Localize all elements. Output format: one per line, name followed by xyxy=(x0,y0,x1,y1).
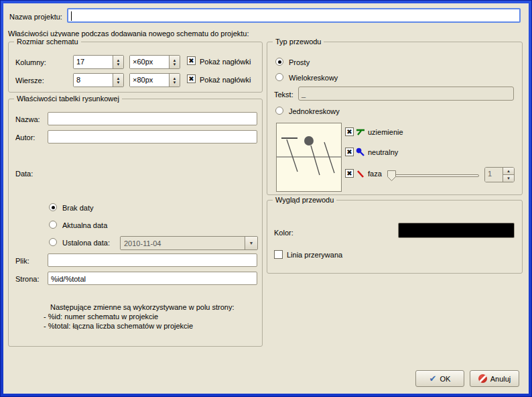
text-caret xyxy=(71,11,72,21)
cancel-button[interactable]: Anuluj xyxy=(470,370,519,387)
conductor-text-value: _ xyxy=(302,90,306,98)
spin-down-icon[interactable]: ▼ xyxy=(173,80,177,84)
rows-label: Wiersze: xyxy=(15,76,44,85)
fixed-date-value: 2010-11-04 xyxy=(121,237,245,249)
titleblock-name-input[interactable] xyxy=(48,112,257,125)
dashed-line-checkbox[interactable] xyxy=(274,250,283,259)
ok-button[interactable]: ✔ OK xyxy=(415,370,464,387)
phase-count-spin-buttons[interactable]: ▲ ▼ xyxy=(503,168,514,182)
cancel-button-label: Anuluj xyxy=(490,375,511,383)
neutral-checkbox[interactable]: ✖ xyxy=(345,148,354,156)
rows-height-spin-buttons[interactable]: ▲ ▼ xyxy=(169,74,180,87)
fixed-date-combo[interactable]: 2010-11-04 ▼ xyxy=(120,236,258,250)
titleblock-group: Właściwości tabelki rysunkowej Nazwa: Au… xyxy=(8,99,263,347)
conductor-type-group: Typ przewodu Prosty Wielokreskowy Tekst:… xyxy=(267,42,523,195)
ok-check-icon: ✔ xyxy=(429,374,437,383)
phase-count-value: 1 xyxy=(485,168,503,182)
radio-fixed-date[interactable] xyxy=(49,238,57,246)
columns-count-spinbox[interactable]: 17 ▲ ▼ xyxy=(73,55,124,69)
columns-width-spinbox[interactable]: ×60px ▲ ▼ xyxy=(129,55,180,69)
schematic-size-title: Rozmiar schematu xyxy=(14,37,81,47)
conductor-look-group: Wygląd przewodu Kolor: Linia przerywana xyxy=(267,200,523,274)
checkbox-x-icon: ✖ xyxy=(346,149,352,156)
ground-checkbox[interactable]: ✖ xyxy=(345,127,354,136)
page-input[interactable]: %id/%total xyxy=(48,272,257,285)
titleblock-author-input[interactable] xyxy=(48,130,257,144)
rows-height-value: ×80px xyxy=(130,74,169,87)
checkbox-x-icon: ✖ xyxy=(188,76,194,82)
page-help-line3: - %total: łączna liczba schematów w proj… xyxy=(44,321,193,331)
cancel-icon xyxy=(478,374,487,383)
radio-multiline-conductor[interactable] xyxy=(275,73,283,81)
conductor-text-input[interactable]: _ xyxy=(298,87,514,101)
schematic-size-group: Rozmiar schematu Kolumny: 17 ▲ ▼ ×60px ▲… xyxy=(8,42,263,93)
spin-down-icon[interactable]: ▼ xyxy=(117,62,121,66)
titleblock-name-label: Nazwa: xyxy=(15,115,40,124)
phase-checkbox[interactable]: ✖ xyxy=(345,169,354,178)
rows-count-value: 8 xyxy=(74,74,113,87)
spin-up-icon[interactable]: ▲ xyxy=(503,168,514,175)
file-input[interactable] xyxy=(48,253,257,267)
spin-down-icon[interactable]: ▼ xyxy=(117,80,121,84)
phase-count-spinbox[interactable]: 1 ▲ ▼ xyxy=(484,167,515,182)
spin-down-icon[interactable]: ▼ xyxy=(173,62,177,66)
phase-label[interactable]: faza xyxy=(368,169,382,178)
titleblock-author-label: Autor: xyxy=(15,133,35,142)
project-name-label: Nazwa projektu: xyxy=(9,12,62,21)
project-name-input[interactable] xyxy=(67,8,521,23)
radio-no-date[interactable] xyxy=(49,203,57,211)
radio-singleline-label[interactable]: Jednokreskowy xyxy=(289,107,340,116)
phase-count-slider-handle[interactable] xyxy=(387,170,397,182)
conductor-look-title: Wygląd przewodu xyxy=(273,195,336,205)
radio-simple-label[interactable]: Prosty xyxy=(289,58,310,67)
dropdown-arrow-icon[interactable]: ▼ xyxy=(245,237,257,249)
file-label: Plik: xyxy=(15,256,29,266)
neutral-icon xyxy=(356,148,365,157)
conductor-text-label: Tekst: xyxy=(274,90,293,99)
radio-simple-conductor[interactable] xyxy=(275,58,283,66)
columns-width-spin-buttons[interactable]: ▲ ▼ xyxy=(169,56,180,68)
phase-icon xyxy=(356,169,365,178)
checkbox-x-icon: ✖ xyxy=(346,129,352,135)
ground-label[interactable]: uziemienie xyxy=(368,127,403,137)
columns-label: Kolumny: xyxy=(15,58,46,67)
singleline-preview xyxy=(276,123,342,192)
window-frame: Nazwa projektu: Właściwości używane podc… xyxy=(0,0,532,397)
page-value: %id/%total xyxy=(51,275,86,283)
conductor-type-title: Typ przewodu xyxy=(273,37,324,47)
phase-count-slider-groove[interactable] xyxy=(392,174,479,177)
rows-count-spinbox[interactable]: 8 ▲ ▼ xyxy=(73,73,124,87)
checkbox-x-icon: ✖ xyxy=(188,58,194,64)
checkbox-x-icon: ✖ xyxy=(346,170,352,177)
page-help-line1: Następujące zmienne są wykorzystywane w … xyxy=(50,302,235,312)
rows-count-spin-buttons[interactable]: ▲ ▼ xyxy=(113,74,123,87)
conductor-color-button[interactable] xyxy=(398,223,515,238)
titleblock-date-label: Data: xyxy=(15,169,33,178)
radio-multiline-label[interactable]: Wielokreskowy xyxy=(289,73,338,82)
rows-show-headers-checkbox[interactable]: ✖ xyxy=(187,74,196,83)
columns-count-spin-buttons[interactable]: ▲ ▼ xyxy=(113,56,123,68)
radio-current-date-label[interactable]: Aktualna data xyxy=(62,221,107,230)
radio-fixed-date-label[interactable]: Ustalona data: xyxy=(62,238,110,247)
neutral-label[interactable]: neutralny xyxy=(368,148,398,157)
rows-show-headers-label[interactable]: Pokaż nagłówki xyxy=(200,75,251,84)
page-label: Strona: xyxy=(15,274,39,284)
radio-no-date-label[interactable]: Brak daty xyxy=(62,203,93,213)
dashed-line-label[interactable]: Linia przerywana xyxy=(287,250,342,260)
page-help-line2: - %id: numer schematu w projekcie xyxy=(44,312,158,321)
titleblock-title: Właściwości tabelki rysunkowej xyxy=(14,94,122,104)
project-properties-dialog: Nazwa projektu: Właściwości używane podc… xyxy=(3,3,529,394)
singleline-preview-drawing xyxy=(277,123,341,191)
columns-count-value: 17 xyxy=(74,56,113,68)
ground-icon xyxy=(356,127,365,137)
columns-width-value: ×60px xyxy=(130,56,169,68)
ok-button-label: OK xyxy=(440,375,451,383)
radio-singleline-conductor[interactable] xyxy=(275,107,283,115)
spin-down-icon[interactable]: ▼ xyxy=(503,175,514,182)
columns-show-headers-label[interactable]: Pokaż nagłówki xyxy=(200,57,251,66)
color-label: Kolor: xyxy=(274,228,293,237)
rows-height-spinbox[interactable]: ×80px ▲ ▼ xyxy=(129,73,180,87)
radio-current-date[interactable] xyxy=(49,221,57,229)
columns-show-headers-checkbox[interactable]: ✖ xyxy=(187,56,196,65)
